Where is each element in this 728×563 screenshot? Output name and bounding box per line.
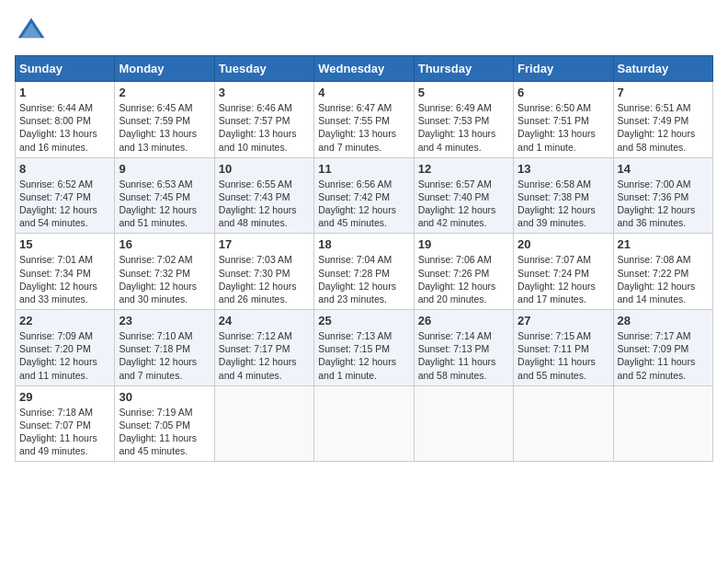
day-info: Sunrise: 7:07 AM Sunset: 7:24 PM Dayligh…: [518, 253, 609, 305]
calendar-cell: 12Sunrise: 6:57 AM Sunset: 7:40 PM Dayli…: [414, 157, 513, 234]
calendar-cell: 29Sunrise: 7:18 AM Sunset: 7:07 PM Dayli…: [16, 385, 115, 462]
calendar-week-row: 15Sunrise: 7:01 AM Sunset: 7:34 PM Dayli…: [16, 234, 713, 310]
day-number: 17: [219, 237, 310, 251]
day-number: 21: [618, 237, 709, 251]
day-number: 18: [318, 237, 409, 251]
calendar-cell: [414, 385, 513, 462]
day-info: Sunrise: 6:44 AM Sunset: 8:00 PM Dayligh…: [19, 101, 110, 154]
calendar-cell: 22Sunrise: 7:09 AM Sunset: 7:20 PM Dayli…: [16, 310, 115, 386]
day-info: Sunrise: 7:02 AM Sunset: 7:32 PM Dayligh…: [119, 253, 210, 305]
logo-icon: [15, 15, 48, 48]
calendar-cell: 1Sunrise: 6:44 AM Sunset: 8:00 PM Daylig…: [16, 82, 115, 158]
day-number: 20: [518, 237, 609, 251]
calendar-cell: [613, 385, 712, 462]
weekday-header-friday: Friday: [514, 56, 613, 82]
calendar-cell: 7Sunrise: 6:51 AM Sunset: 7:49 PM Daylig…: [613, 82, 712, 158]
weekday-header-row: SundayMondayTuesdayWednesdayThursdayFrid…: [16, 56, 713, 82]
calendar-table: SundayMondayTuesdayWednesdayThursdayFrid…: [15, 55, 713, 462]
day-info: Sunrise: 7:19 AM Sunset: 7:05 PM Dayligh…: [119, 406, 210, 458]
day-info: Sunrise: 6:57 AM Sunset: 7:40 PM Dayligh…: [418, 178, 509, 230]
weekday-header-thursday: Thursday: [414, 56, 513, 82]
day-number: 11: [318, 162, 409, 176]
calendar-cell: [214, 385, 313, 462]
day-info: Sunrise: 7:10 AM Sunset: 7:18 PM Dayligh…: [119, 329, 210, 382]
day-info: Sunrise: 7:06 AM Sunset: 7:26 PM Dayligh…: [418, 253, 509, 305]
day-info: Sunrise: 6:52 AM Sunset: 7:47 PM Dayligh…: [19, 178, 110, 230]
calendar-cell: 23Sunrise: 7:10 AM Sunset: 7:18 PM Dayli…: [115, 310, 214, 386]
day-info: Sunrise: 6:46 AM Sunset: 7:57 PM Dayligh…: [219, 101, 310, 154]
calendar-cell: 6Sunrise: 6:50 AM Sunset: 7:51 PM Daylig…: [514, 82, 613, 158]
weekday-header-monday: Monday: [115, 56, 214, 82]
day-number: 29: [19, 390, 110, 404]
calendar-cell: 16Sunrise: 7:02 AM Sunset: 7:32 PM Dayli…: [115, 234, 214, 310]
calendar-cell: 10Sunrise: 6:55 AM Sunset: 7:43 PM Dayli…: [214, 157, 313, 234]
calendar-cell: 14Sunrise: 7:00 AM Sunset: 7:36 PM Dayli…: [613, 157, 712, 234]
calendar-week-row: 1Sunrise: 6:44 AM Sunset: 8:00 PM Daylig…: [16, 82, 713, 158]
day-info: Sunrise: 7:17 AM Sunset: 7:09 PM Dayligh…: [618, 329, 709, 382]
day-number: 3: [219, 86, 310, 99]
calendar-cell: 21Sunrise: 7:08 AM Sunset: 7:22 PM Dayli…: [613, 234, 712, 310]
day-info: Sunrise: 6:47 AM Sunset: 7:55 PM Dayligh…: [318, 101, 409, 154]
calendar-cell: [314, 385, 414, 462]
day-info: Sunrise: 7:00 AM Sunset: 7:36 PM Dayligh…: [618, 178, 709, 230]
day-number: 30: [119, 390, 210, 404]
calendar-cell: 3Sunrise: 6:46 AM Sunset: 7:57 PM Daylig…: [214, 82, 313, 158]
day-number: 8: [19, 162, 110, 176]
day-number: 19: [418, 237, 509, 251]
day-number: 9: [119, 162, 210, 176]
day-number: 2: [119, 86, 210, 99]
page-header: [15, 15, 713, 48]
calendar-week-row: 22Sunrise: 7:09 AM Sunset: 7:20 PM Dayli…: [16, 310, 713, 386]
weekday-header-saturday: Saturday: [613, 56, 712, 82]
weekday-header-tuesday: Tuesday: [214, 56, 313, 82]
calendar-cell: 26Sunrise: 7:14 AM Sunset: 7:13 PM Dayli…: [414, 310, 513, 386]
calendar-cell: 17Sunrise: 7:03 AM Sunset: 7:30 PM Dayli…: [214, 234, 313, 310]
calendar-cell: 5Sunrise: 6:49 AM Sunset: 7:53 PM Daylig…: [414, 82, 513, 158]
day-info: Sunrise: 7:18 AM Sunset: 7:07 PM Dayligh…: [19, 406, 110, 458]
day-info: Sunrise: 7:09 AM Sunset: 7:20 PM Dayligh…: [19, 329, 110, 382]
calendar-cell: 20Sunrise: 7:07 AM Sunset: 7:24 PM Dayli…: [514, 234, 613, 310]
day-number: 26: [418, 314, 509, 327]
calendar-cell: 28Sunrise: 7:17 AM Sunset: 7:09 PM Dayli…: [613, 310, 712, 386]
day-info: Sunrise: 7:08 AM Sunset: 7:22 PM Dayligh…: [618, 253, 709, 305]
day-info: Sunrise: 7:03 AM Sunset: 7:30 PM Dayligh…: [219, 253, 310, 305]
calendar-cell: 15Sunrise: 7:01 AM Sunset: 7:34 PM Dayli…: [16, 234, 115, 310]
day-info: Sunrise: 6:51 AM Sunset: 7:49 PM Dayligh…: [618, 101, 709, 154]
calendar-cell: 18Sunrise: 7:04 AM Sunset: 7:28 PM Dayli…: [314, 234, 414, 310]
day-info: Sunrise: 6:58 AM Sunset: 7:38 PM Dayligh…: [518, 178, 609, 230]
day-info: Sunrise: 6:49 AM Sunset: 7:53 PM Dayligh…: [418, 101, 509, 154]
calendar-cell: 19Sunrise: 7:06 AM Sunset: 7:26 PM Dayli…: [414, 234, 513, 310]
calendar-cell: [514, 385, 613, 462]
calendar-cell: 4Sunrise: 6:47 AM Sunset: 7:55 PM Daylig…: [314, 82, 414, 158]
day-number: 13: [518, 162, 609, 176]
day-info: Sunrise: 6:53 AM Sunset: 7:45 PM Dayligh…: [119, 178, 210, 230]
calendar-cell: 24Sunrise: 7:12 AM Sunset: 7:17 PM Dayli…: [214, 310, 313, 386]
calendar-cell: 2Sunrise: 6:45 AM Sunset: 7:59 PM Daylig…: [115, 82, 214, 158]
day-number: 12: [418, 162, 509, 176]
logo: [15, 15, 51, 48]
day-info: Sunrise: 6:50 AM Sunset: 7:51 PM Dayligh…: [518, 101, 609, 154]
day-number: 1: [19, 86, 110, 99]
day-info: Sunrise: 7:13 AM Sunset: 7:15 PM Dayligh…: [318, 329, 409, 382]
weekday-header-sunday: Sunday: [16, 56, 115, 82]
day-number: 10: [219, 162, 310, 176]
day-number: 6: [518, 86, 609, 99]
calendar-cell: 9Sunrise: 6:53 AM Sunset: 7:45 PM Daylig…: [115, 157, 214, 234]
calendar-cell: 13Sunrise: 6:58 AM Sunset: 7:38 PM Dayli…: [514, 157, 613, 234]
day-number: 7: [618, 86, 709, 99]
day-info: Sunrise: 7:01 AM Sunset: 7:34 PM Dayligh…: [19, 253, 110, 305]
day-number: 16: [119, 237, 210, 251]
calendar-cell: 11Sunrise: 6:56 AM Sunset: 7:42 PM Dayli…: [314, 157, 414, 234]
day-info: Sunrise: 6:45 AM Sunset: 7:59 PM Dayligh…: [119, 101, 210, 154]
day-number: 5: [418, 86, 509, 99]
calendar-cell: 25Sunrise: 7:13 AM Sunset: 7:15 PM Dayli…: [314, 310, 414, 386]
weekday-header-wednesday: Wednesday: [314, 56, 414, 82]
day-info: Sunrise: 7:12 AM Sunset: 7:17 PM Dayligh…: [219, 329, 310, 382]
day-info: Sunrise: 7:15 AM Sunset: 7:11 PM Dayligh…: [518, 329, 609, 382]
calendar-week-row: 29Sunrise: 7:18 AM Sunset: 7:07 PM Dayli…: [16, 385, 713, 462]
calendar-week-row: 8Sunrise: 6:52 AM Sunset: 7:47 PM Daylig…: [16, 157, 713, 234]
day-info: Sunrise: 7:14 AM Sunset: 7:13 PM Dayligh…: [418, 329, 509, 382]
calendar-cell: 27Sunrise: 7:15 AM Sunset: 7:11 PM Dayli…: [514, 310, 613, 386]
day-number: 22: [19, 314, 110, 327]
day-info: Sunrise: 6:56 AM Sunset: 7:42 PM Dayligh…: [318, 178, 409, 230]
